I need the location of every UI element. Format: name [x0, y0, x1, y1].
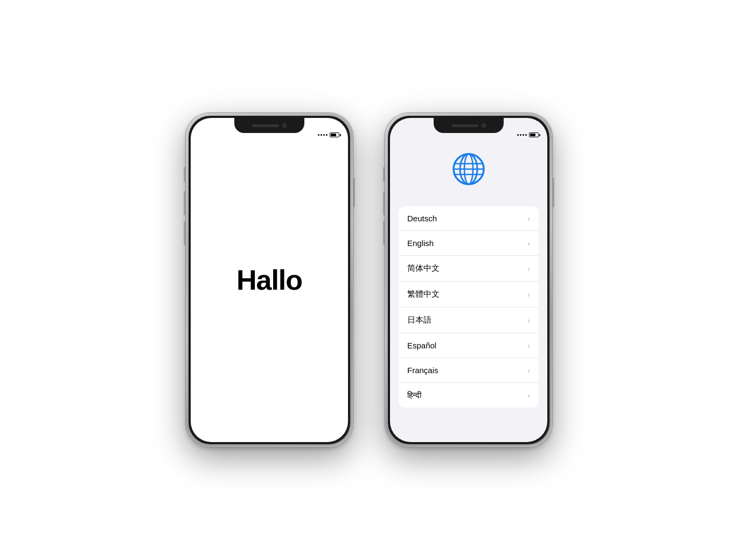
globe-icon	[450, 150, 488, 188]
chevron-japanese: ›	[527, 316, 530, 325]
language-item-french[interactable]: Français ›	[399, 358, 539, 383]
language-list: Deutsch › English › 简体中文 ›	[390, 206, 547, 408]
speaker-left	[252, 124, 279, 127]
notch-right	[434, 118, 504, 133]
volume-down-button-right-phone[interactable]	[383, 221, 385, 245]
volume-down-button[interactable]	[184, 221, 186, 245]
signal-right	[517, 134, 527, 136]
language-item-spanish[interactable]: Español ›	[399, 333, 539, 358]
language-label-english: English	[407, 239, 434, 248]
language-item-english[interactable]: English ›	[399, 231, 539, 256]
iphone-right-inner: Deutsch › English › 简体中文 ›	[387, 115, 551, 445]
language-item-japanese[interactable]: 日本語 ›	[399, 307, 539, 333]
iphone-left: Hallo	[186, 113, 353, 447]
iphone-right: Deutsch › English › 简体中文 ›	[385, 113, 552, 447]
language-label-japanese: 日本語	[407, 315, 431, 325]
iphone-left-inner: Hallo	[187, 115, 351, 445]
language-label-traditional-chinese: 繁體中文	[407, 289, 440, 299]
language-label-simplified-chinese: 简体中文	[407, 263, 440, 274]
power-button[interactable]	[353, 178, 355, 207]
language-item-traditional-chinese[interactable]: 繁體中文 ›	[399, 282, 539, 307]
language-label-spanish: Español	[407, 341, 436, 350]
hallo-screen: Hallo	[191, 118, 348, 442]
iphone-right-screen: Deutsch › English › 简体中文 ›	[390, 118, 547, 442]
camera-left	[282, 123, 287, 128]
camera-right	[482, 123, 486, 128]
chevron-traditional-chinese: ›	[527, 290, 530, 299]
language-item-simplified-chinese[interactable]: 简体中文 ›	[399, 256, 539, 282]
notch-left	[234, 118, 304, 133]
volume-up-button[interactable]	[184, 191, 186, 215]
language-list-inner: Deutsch › English › 简体中文 ›	[399, 206, 539, 408]
iphone-right-screen-wrapper: Deutsch › English › 简体中文 ›	[388, 116, 549, 444]
chevron-hindi: ›	[527, 391, 530, 400]
volume-up-button-right-phone[interactable]	[383, 191, 385, 215]
mute-button-right-phone[interactable]	[383, 167, 385, 182]
chevron-french: ›	[527, 366, 530, 375]
status-icons-left	[318, 132, 339, 137]
hallo-text: Hallo	[236, 264, 302, 296]
battery-left	[330, 132, 339, 137]
signal-left	[318, 134, 328, 136]
language-label-hindi: हिन्दी	[407, 390, 421, 400]
status-icons-right	[517, 132, 539, 137]
power-button-right-phone[interactable]	[552, 178, 554, 207]
iphone-left-screen-wrapper: Hallo	[189, 116, 350, 444]
battery-right	[529, 132, 539, 137]
phones-container: Hallo	[186, 113, 552, 447]
language-screen: Deutsch › English › 简体中文 ›	[390, 118, 547, 442]
language-item-deutsch[interactable]: Deutsch ›	[399, 206, 539, 231]
language-label-deutsch: Deutsch	[407, 214, 437, 223]
chevron-simplified-chinese: ›	[527, 264, 530, 273]
language-label-french: Français	[407, 366, 438, 375]
speaker-right	[451, 124, 478, 127]
mute-button[interactable]	[184, 167, 186, 182]
language-item-hindi[interactable]: हिन्दी ›	[399, 383, 539, 408]
chevron-deutsch: ›	[527, 214, 530, 223]
iphone-left-screen: Hallo	[191, 118, 348, 442]
chevron-english: ›	[527, 239, 530, 248]
globe-icon-container	[450, 150, 488, 190]
chevron-spanish: ›	[527, 341, 530, 350]
